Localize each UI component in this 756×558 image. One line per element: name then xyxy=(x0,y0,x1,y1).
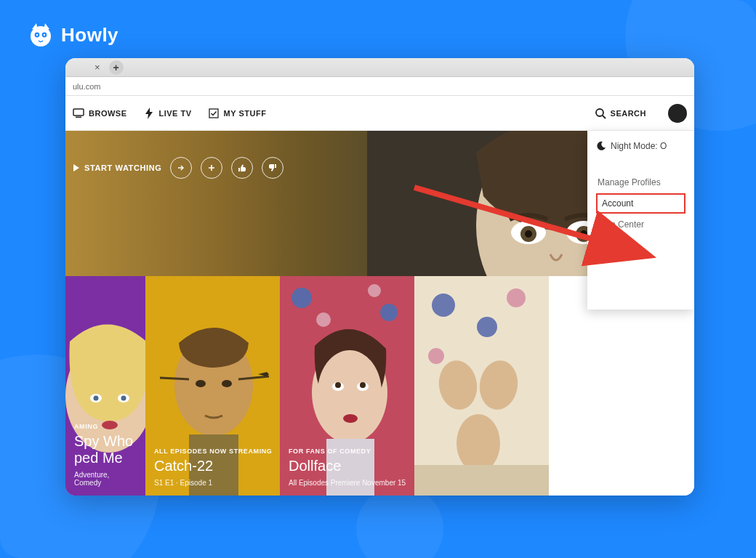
svg-point-46 xyxy=(477,317,497,337)
svg-point-16 xyxy=(525,230,532,238)
svg-point-31 xyxy=(291,288,312,308)
url-text: ulu.com xyxy=(73,82,101,91)
svg-point-21 xyxy=(94,396,99,401)
thumbs-up-icon xyxy=(238,163,246,172)
nav-browse[interactable]: BROWSE xyxy=(73,108,127,119)
tile-title: Catch-22 xyxy=(154,458,273,474)
tab-close-icon[interactable]: × xyxy=(94,62,100,73)
menu-manage-profiles[interactable]: Manage Profiles xyxy=(596,171,685,193)
svg-point-45 xyxy=(507,288,526,307)
nav-live-tv[interactable]: LIVE TV xyxy=(143,108,192,119)
next-button[interactable] xyxy=(170,157,192,179)
menu-help-center[interactable]: Help Center xyxy=(596,214,685,235)
nav-my-stuff[interactable]: MY STUFF xyxy=(208,108,267,119)
primary-nav: BROWSE LIVE TV MY STUFF SEARCH xyxy=(65,96,694,131)
svg-point-50 xyxy=(457,414,500,472)
checkbox-icon xyxy=(208,108,220,119)
bolt-icon xyxy=(143,108,155,119)
moon-icon xyxy=(596,141,606,151)
add-button[interactable] xyxy=(201,157,222,179)
play-icon xyxy=(73,163,80,172)
svg-point-41 xyxy=(343,414,358,423)
logo-text: Howly xyxy=(61,24,118,46)
tile-title: Dollface xyxy=(289,458,407,474)
plus-icon xyxy=(207,163,216,172)
svg-point-34 xyxy=(368,284,381,297)
user-dropdown: Night Mode: O Manage Profiles Account He… xyxy=(587,131,694,310)
start-watching-button[interactable]: START WATCHING xyxy=(73,163,161,172)
svg-point-3 xyxy=(36,34,38,36)
new-tab-button[interactable]: + xyxy=(109,60,124,75)
address-bar[interactable]: ulu.com xyxy=(65,77,694,96)
howly-logo: Howly xyxy=(28,22,118,48)
svg-point-40 xyxy=(360,382,366,388)
dislike-button[interactable] xyxy=(262,157,284,179)
svg-rect-5 xyxy=(73,109,84,116)
svg-point-17 xyxy=(580,230,587,238)
like-button[interactable] xyxy=(231,157,253,179)
search-icon xyxy=(595,108,606,119)
svg-point-47 xyxy=(428,348,444,364)
svg-point-44 xyxy=(432,294,455,317)
tile-spy-who[interactable]: AMING Spy Who ped Me Adventure, Comedy xyxy=(65,276,145,496)
nav-search[interactable]: SEARCH xyxy=(595,108,646,119)
svg-point-23 xyxy=(121,396,126,401)
svg-line-9 xyxy=(603,116,606,118)
tv-icon xyxy=(73,108,84,119)
tile-tag: FOR FANS OF COMEDY xyxy=(289,448,407,455)
tile-tag: AMING xyxy=(74,423,138,430)
svg-point-32 xyxy=(380,304,398,321)
svg-rect-51 xyxy=(414,465,549,496)
night-mode-toggle[interactable]: Night Mode: O xyxy=(596,141,685,151)
tile-meta: Adventure, Comedy xyxy=(74,471,138,487)
browser-tabstrip: × + xyxy=(65,58,694,77)
svg-rect-6 xyxy=(76,116,81,118)
avatar[interactable] xyxy=(668,104,687,123)
svg-point-8 xyxy=(596,109,603,116)
tile-meta: S1 E1 · Episode 1 xyxy=(154,479,273,487)
thumbs-down-icon xyxy=(268,163,277,172)
tile-tag: ALL EPISODES NOW STREAMING xyxy=(154,448,273,455)
svg-point-33 xyxy=(316,312,331,327)
svg-point-27 xyxy=(196,380,206,387)
tile-catch-22[interactable]: ALL EPISODES NOW STREAMING Catch-22 S1 E… xyxy=(145,276,280,496)
arrow-right-icon xyxy=(177,163,185,172)
svg-point-28 xyxy=(222,380,232,387)
svg-point-38 xyxy=(335,382,341,388)
menu-log-out[interactable]: Log Out xyxy=(596,235,685,257)
tile-title: Spy Who ped Me xyxy=(74,433,138,466)
menu-account[interactable]: Account xyxy=(596,193,685,214)
tile-extra[interactable] xyxy=(414,276,549,496)
svg-rect-7 xyxy=(209,109,218,118)
tile-meta: All Episodes Premiere November 15 xyxy=(289,479,407,487)
svg-point-4 xyxy=(44,34,45,36)
tile-dollface[interactable]: FOR FANS OF COMEDY Dollface All Episodes… xyxy=(280,276,414,496)
browser-window: × + ulu.com BROWSE LIVE TV MY STUFF xyxy=(65,58,694,496)
owl-icon xyxy=(28,22,54,48)
